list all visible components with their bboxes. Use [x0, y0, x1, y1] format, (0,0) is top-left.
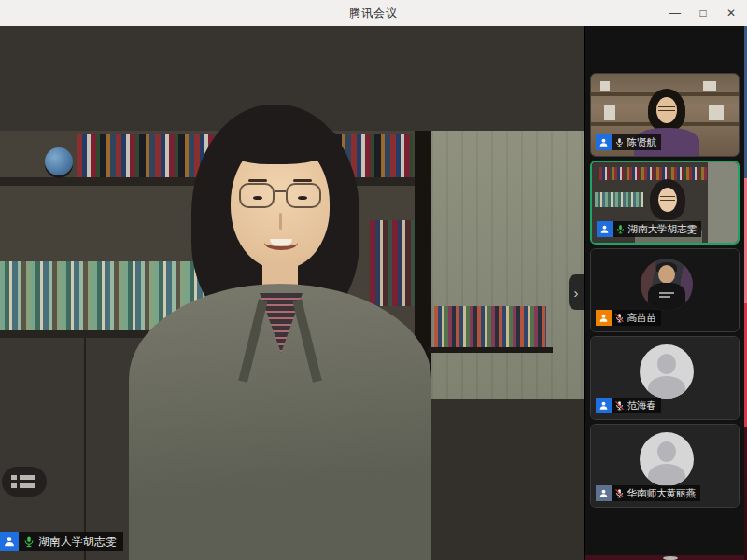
- participant-label: 华南师大黄丽燕: [596, 485, 701, 501]
- silhouette-avatar: [640, 432, 694, 486]
- list-view-icon: [11, 475, 47, 480]
- participant-name: 湖南大学胡志雯: [628, 223, 698, 236]
- person-icon: [596, 485, 612, 501]
- window-bottom-edge: [585, 555, 744, 560]
- scene-books-row: [370, 220, 415, 306]
- close-button[interactable]: ✕: [717, 0, 745, 26]
- person-icon: [596, 398, 612, 413]
- participant-thumbnail[interactable]: 陈贤航: [590, 73, 740, 157]
- participant-name: 高苗苗: [627, 312, 657, 325]
- person-icon: [596, 134, 612, 150]
- window-title: 腾讯会议: [0, 6, 747, 21]
- participant-name: 陈贤航: [627, 136, 657, 149]
- maximize-button[interactable]: □: [689, 0, 717, 26]
- mic-icon: [614, 137, 625, 147]
- participant-label: 陈贤航: [596, 134, 662, 150]
- scene-globe: [45, 147, 73, 175]
- participant-sidebar: 陈贤航: [584, 26, 744, 560]
- participant-thumbnail[interactable]: 高苗苗: [590, 248, 740, 332]
- participant-thumbnail-active[interactable]: 湖南大学胡志雯: [590, 161, 740, 245]
- main-video[interactable]: 湖南大学胡志雯 ›: [0, 26, 584, 560]
- speaker-jacket: [129, 284, 431, 560]
- window-controls: — □ ✕: [661, 0, 745, 26]
- main-video-feed: [0, 26, 584, 560]
- titlebar[interactable]: 腾讯会议 — □ ✕: [0, 0, 747, 26]
- sidebar-collapse-handle[interactable]: ›: [569, 274, 584, 310]
- meeting-window: 腾讯会议 — □ ✕: [0, 0, 747, 560]
- mic-muted-icon: [614, 313, 625, 323]
- chevron-right-icon: ›: [574, 286, 579, 300]
- person-icon: [597, 221, 613, 237]
- participant-name: 华南师大黄丽燕: [627, 487, 697, 500]
- participant-label: 范海春: [596, 398, 662, 413]
- main-speaker-name: 湖南大学胡志雯: [38, 534, 117, 550]
- person-icon: [596, 310, 612, 326]
- list-view-icon: [11, 483, 47, 488]
- person-icon: [0, 532, 19, 551]
- meeting-content: 湖南大学胡志雯 ›: [0, 26, 747, 560]
- silhouette-avatar: [640, 344, 694, 399]
- mic-icon-green: [22, 535, 35, 548]
- profile-photo-avatar: [641, 259, 693, 311]
- mic-muted-icon: [614, 488, 625, 498]
- mic-icon-green: [615, 224, 626, 234]
- speaker-bangs: [222, 118, 338, 164]
- main-name-tag: 湖南大学胡志雯: [0, 532, 123, 551]
- participant-thumbnail[interactable]: 范海春: [590, 336, 740, 420]
- participant-name: 范海春: [627, 399, 657, 413]
- participant-label: 湖南大学胡志雯: [597, 221, 702, 237]
- participant-thumbnail[interactable]: 华南师大黄丽燕: [590, 424, 740, 508]
- layout-toggle[interactable]: [2, 467, 47, 497]
- participant-label: 高苗苗: [596, 310, 662, 326]
- minimize-button[interactable]: —: [661, 0, 689, 26]
- scene-shelf-board: [428, 347, 553, 353]
- scene-books-row: [434, 306, 546, 347]
- mic-muted-icon: [614, 400, 625, 411]
- speaker-glasses: [239, 183, 321, 211]
